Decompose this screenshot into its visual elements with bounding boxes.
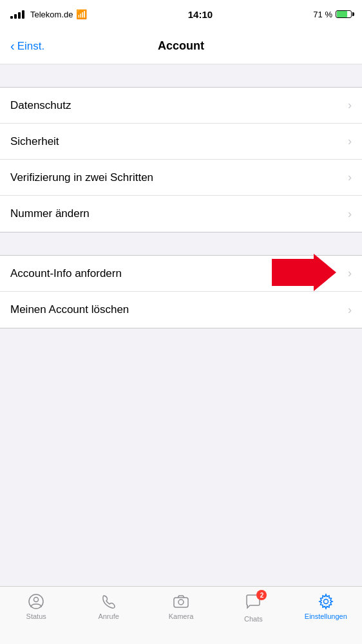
settings-item-verifizierung[interactable]: Verifizierung in zwei Schritten ›	[0, 160, 362, 196]
settings-item-nummer[interactable]: Nummer ändern ›	[0, 196, 362, 232]
tab-label-kamera: Kamera	[169, 612, 194, 620]
tab-label-einstellungen: Einstellungen	[305, 612, 347, 620]
anrufe-icon	[100, 593, 117, 610]
red-arrow-svg	[272, 254, 336, 291]
settings-group-2: Account-Info anfordern › Meinen Account …	[0, 255, 362, 328]
kamera-icon	[173, 593, 189, 610]
settings-group-1: Datenschutz › Sicherheit › Verifizierung…	[0, 87, 362, 232]
svg-point-4	[178, 600, 184, 605]
tab-item-kamera[interactable]: Kamera	[145, 593, 217, 620]
chats-badge: 2	[256, 590, 267, 600]
settings-item-sicherheit[interactable]: Sicherheit ›	[0, 124, 362, 160]
nav-bar: ‹ Einst. Account	[0, 28, 362, 64]
settings-item-account-loeschen[interactable]: Meinen Account löschen ›	[0, 292, 362, 328]
chats-badge-wrapper: 2	[245, 593, 262, 612]
status-bar: Telekom.de 📶 14:10 71 %	[0, 0, 362, 28]
item-label-datenschutz: Datenschutz	[10, 99, 71, 112]
tab-item-status[interactable]: Status	[0, 593, 72, 620]
status-right: 71 %	[313, 10, 352, 19]
section-gap-1	[0, 64, 362, 87]
einstellungen-icon	[318, 593, 334, 610]
item-label-verifizierung: Verifizierung in zwei Schritten	[10, 171, 153, 184]
svg-point-5	[323, 600, 328, 604]
back-chevron-icon: ‹	[10, 39, 15, 53]
section-gap-2	[0, 232, 362, 255]
tab-label-chats: Chats	[244, 615, 263, 623]
signal-bars	[10, 10, 24, 19]
status-icon	[28, 593, 44, 610]
page-title: Account	[158, 39, 204, 53]
tab-item-chats[interactable]: 2 Chats	[217, 593, 289, 623]
carrier-label: Telekom.de	[30, 10, 73, 19]
item-label-account-info: Account-Info anfordern	[10, 267, 122, 280]
item-label-account-loeschen: Meinen Account löschen	[10, 303, 129, 316]
status-left: Telekom.de 📶	[10, 9, 87, 19]
svg-point-2	[34, 598, 39, 602]
chevron-icon-account-loeschen: ›	[348, 303, 352, 317]
back-button[interactable]: ‹ Einst.	[10, 39, 44, 53]
red-arrow-overlay	[272, 254, 336, 294]
battery-icon	[336, 10, 352, 18]
chevron-icon-nummer: ›	[348, 207, 352, 221]
tab-bar: Status Anrufe Kamera 2 Chats Eins	[0, 586, 362, 644]
battery-percent: 71 %	[313, 10, 332, 19]
chevron-icon-verifizierung: ›	[348, 171, 352, 184]
chevron-icon-datenschutz: ›	[348, 99, 352, 112]
tab-label-status: Status	[26, 612, 46, 620]
status-time: 14:10	[188, 9, 213, 20]
battery-fill	[337, 11, 347, 17]
tab-item-anrufe[interactable]: Anrufe	[72, 593, 144, 620]
item-label-nummer: Nummer ändern	[10, 207, 90, 220]
main-content: Datenschutz › Sicherheit › Verifizierung…	[0, 64, 362, 328]
wifi-icon: 📶	[76, 9, 87, 19]
settings-item-account-info[interactable]: Account-Info anfordern ›	[0, 256, 362, 292]
chevron-icon-account-info: ›	[348, 267, 352, 280]
item-label-sicherheit: Sicherheit	[10, 135, 59, 148]
settings-item-datenschutz[interactable]: Datenschutz ›	[0, 88, 362, 124]
tab-label-anrufe: Anrufe	[98, 612, 119, 620]
svg-marker-0	[272, 254, 336, 291]
tab-item-einstellungen[interactable]: Einstellungen	[290, 593, 362, 620]
chevron-icon-sicherheit: ›	[348, 135, 352, 148]
back-label: Einst.	[17, 40, 45, 53]
